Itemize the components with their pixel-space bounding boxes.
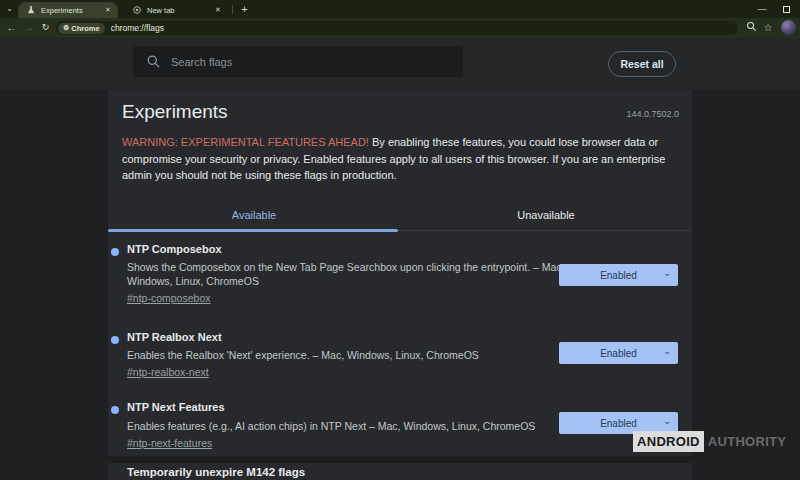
minimize-icon: — [758, 4, 767, 14]
flag-description: Shows the Composebox on the New Tab Page… [127, 260, 579, 288]
gear-icon: ⚙ [63, 24, 69, 32]
flag-name: NTP Realbox Next [127, 331, 222, 343]
flask-icon [26, 5, 36, 15]
chip-label: Chrome [71, 24, 99, 33]
forward-icon: → [24, 22, 34, 33]
flag-permalink[interactable]: #ntp-next-features [127, 437, 212, 449]
tab-title: Experiments [41, 6, 103, 15]
flag-value: Enabled [600, 418, 637, 429]
flag-value: Enabled [600, 348, 637, 359]
android-authority-watermark: ANDROID AUTHORITY [633, 431, 786, 452]
address-bar[interactable]: ⚙ Chrome chrome://flags [56, 21, 738, 35]
chevron-down-icon: ⌄ [663, 416, 671, 426]
window-maximize-button[interactable] [774, 0, 798, 18]
watermark-authority: AUTHORITY [708, 434, 787, 449]
browser-window: ⌄ Experiments ✕ New tab ✕ + — [0, 0, 800, 480]
active-tab-underline [108, 229, 398, 232]
chrome-version: 144.0.7502.0 [626, 109, 679, 119]
modified-flag-dot-icon [111, 248, 119, 256]
search-input[interactable] [171, 56, 441, 68]
page-title: Experiments [122, 101, 228, 123]
search-icon [146, 54, 161, 69]
tab-strip: ⌄ Experiments ✕ New tab ✕ + — [0, 0, 800, 18]
bookmark-button[interactable]: ☆ [761, 21, 775, 35]
flag-description: Enables the Realbox 'Next' experience. –… [127, 348, 579, 362]
reload-icon: ↻ [42, 22, 50, 32]
zoom-button[interactable] [744, 21, 758, 35]
tab-unavailable[interactable]: Unavailable [400, 202, 692, 231]
back-button[interactable]: ← [4, 20, 19, 35]
chevron-down-icon: ⌄ [6, 4, 13, 13]
section-divider [108, 456, 692, 463]
back-icon: ← [7, 22, 17, 33]
chevron-down-icon: ⌄ [663, 346, 671, 356]
experimental-warning: WARNING: EXPERIMENTAL FEATURES AHEAD! By… [122, 134, 678, 184]
new-tab-button[interactable]: + [238, 3, 251, 16]
magnifier-icon [746, 21, 757, 32]
flag-value-select[interactable]: Enabled ⌄ [559, 264, 678, 286]
flag-value: Enabled [600, 270, 637, 281]
flags-tabs: Available Unavailable [108, 202, 692, 231]
tab-new-tab[interactable]: New tab ✕ [124, 2, 228, 18]
reload-button[interactable]: ↻ [38, 20, 53, 35]
tab-experiments[interactable]: Experiments ✕ [18, 2, 118, 18]
star-icon: ☆ [764, 22, 773, 33]
tab-close-icon[interactable]: ✕ [213, 5, 223, 15]
flag-name: NTP Composebox [127, 243, 222, 255]
flag-permalink[interactable]: #ntp-composebox [127, 292, 210, 304]
tab-available[interactable]: Available [108, 202, 400, 231]
browser-toolbar: ← → ↻ ⚙ Chrome chrome://flags ☆ [0, 18, 800, 38]
experiments-card: Experiments 144.0.7502.0 WARNING: EXPERI… [108, 90, 692, 480]
maximize-icon [783, 6, 790, 13]
flag-permalink[interactable]: #ntp-realbox-next [127, 366, 209, 378]
window-minimize-button[interactable]: — [750, 0, 774, 18]
flags-page-header: Reset all [0, 38, 800, 90]
search-flags-box[interactable] [133, 46, 463, 77]
flag-name: NTP Next Features [127, 401, 225, 413]
modified-flag-dot-icon [111, 406, 119, 414]
globe-icon [132, 5, 142, 15]
watermark-android: ANDROID [633, 431, 704, 452]
url-text: chrome://flags [111, 23, 164, 33]
forward-button[interactable]: → [21, 20, 36, 35]
section-footer-title: Temporarily unexpire M142 flags [127, 466, 305, 478]
flag-value-select[interactable]: Enabled ⌄ [559, 342, 678, 364]
tab-title: New tab [147, 6, 213, 15]
chrome-page-chip[interactable]: ⚙ Chrome [58, 23, 105, 34]
warning-highlight: WARNING: EXPERIMENTAL FEATURES AHEAD! [122, 136, 369, 148]
chevron-down-icon: ⌄ [663, 268, 671, 278]
tab-close-icon[interactable]: ✕ [103, 5, 113, 15]
tab-search-button[interactable]: ⌄ [3, 3, 16, 16]
modified-flag-dot-icon [111, 336, 119, 344]
reset-all-button[interactable]: Reset all [608, 51, 676, 77]
profile-avatar[interactable] [781, 20, 796, 35]
tab-separator [232, 5, 233, 14]
flag-description: Enables features (e.g., AI action chips)… [127, 419, 579, 433]
